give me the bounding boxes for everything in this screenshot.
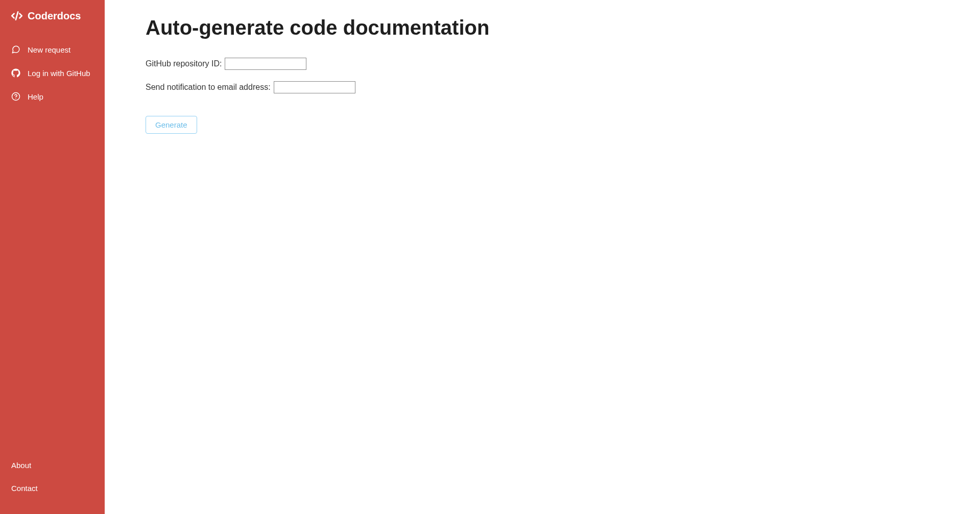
brand: Coderdocs: [0, 9, 105, 38]
sidebar-item-login-github[interactable]: Log in with GitHub: [0, 61, 105, 85]
form-row-email: Send notification to email address:: [146, 81, 939, 93]
sidebar-link-contact[interactable]: Contact: [0, 477, 105, 500]
help-icon: [11, 92, 20, 101]
main-content: Auto-generate code documentation GitHub …: [105, 0, 980, 514]
sidebar-item-help[interactable]: Help: [0, 85, 105, 108]
svg-line-0: [16, 12, 18, 19]
sidebar-item-new-request[interactable]: New request: [0, 38, 105, 61]
sidebar-link-about[interactable]: About: [0, 454, 105, 477]
sidebar-item-label: New request: [28, 45, 70, 54]
comment-icon: [11, 45, 20, 54]
email-label: Send notification to email address:: [146, 83, 271, 92]
repo-input[interactable]: [225, 58, 306, 70]
brand-name: Coderdocs: [28, 10, 81, 22]
email-input[interactable]: [274, 81, 355, 93]
page-title: Auto-generate code documentation: [146, 16, 939, 39]
code-icon: [10, 9, 23, 22]
nav-top: New request Log in with GitHub Help: [0, 38, 105, 108]
sidebar-link-label: Contact: [11, 484, 38, 493]
sidebar-link-label: About: [11, 461, 31, 470]
generate-button[interactable]: Generate: [146, 116, 197, 134]
sidebar-item-label: Log in with GitHub: [28, 69, 90, 78]
form-row-repo: GitHub repository ID:: [146, 58, 939, 70]
sidebar: Coderdocs New request Log in with GitHub: [0, 0, 105, 514]
repo-label: GitHub repository ID:: [146, 59, 222, 68]
github-icon: [11, 68, 20, 78]
sidebar-item-label: Help: [28, 92, 43, 101]
nav-bottom: About Contact: [0, 454, 105, 505]
